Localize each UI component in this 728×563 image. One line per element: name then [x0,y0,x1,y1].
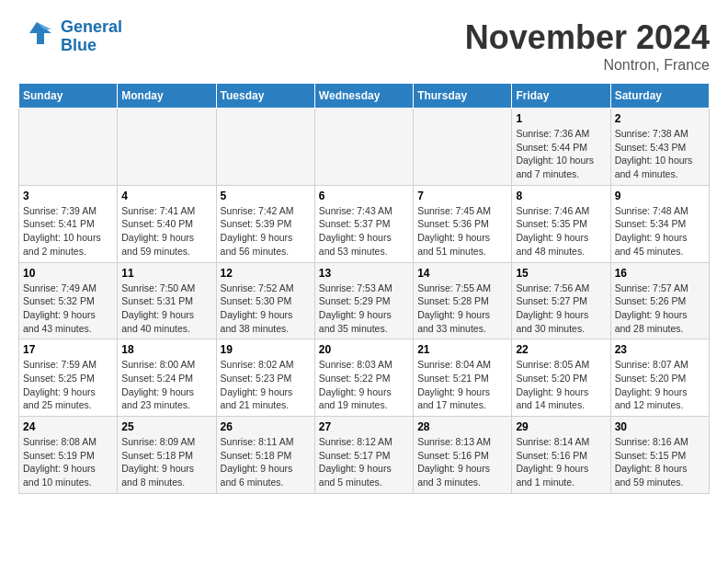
day-cell: 6Sunrise: 7:43 AM Sunset: 5:37 PM Daylig… [314,185,413,262]
day-cell: 10Sunrise: 7:49 AM Sunset: 5:32 PM Dayli… [19,262,118,339]
week-row-4: 17Sunrise: 7:59 AM Sunset: 5:25 PM Dayli… [19,339,710,417]
day-number: 20 [319,343,409,356]
day-number: 25 [121,420,211,433]
day-info: Sunrise: 7:55 AM Sunset: 5:28 PM Dayligh… [417,282,507,336]
day-number: 29 [516,420,606,433]
logo-text: General Blue [61,18,122,55]
day-info: Sunrise: 8:13 AM Sunset: 5:16 PM Dayligh… [417,435,507,489]
day-number: 9 [615,190,705,202]
day-number: 4 [121,190,211,202]
day-cell: 27Sunrise: 8:12 AM Sunset: 5:17 PM Dayli… [314,417,413,494]
day-info: Sunrise: 7:53 AM Sunset: 5:29 PM Dayligh… [319,282,409,336]
header-friday: Friday [512,84,610,109]
day-cell: 21Sunrise: 8:04 AM Sunset: 5:21 PM Dayli… [414,339,512,417]
day-number: 17 [23,343,113,356]
day-cell: 2Sunrise: 7:38 AM Sunset: 5:43 PM Daylig… [610,109,709,186]
week-row-5: 24Sunrise: 8:08 AM Sunset: 5:19 PM Dayli… [19,417,710,494]
day-info: Sunrise: 8:07 AM Sunset: 5:20 PM Dayligh… [615,358,705,412]
day-cell: 1Sunrise: 7:36 AM Sunset: 5:44 PM Daylig… [512,109,610,186]
day-number: 15 [516,267,606,280]
day-cell: 22Sunrise: 8:05 AM Sunset: 5:20 PM Dayli… [512,339,610,417]
day-info: Sunrise: 8:02 AM Sunset: 5:23 PM Dayligh… [221,358,311,412]
day-info: Sunrise: 7:56 AM Sunset: 5:27 PM Dayligh… [516,282,606,336]
day-cell: 7Sunrise: 7:45 AM Sunset: 5:36 PM Daylig… [414,185,512,262]
day-info: Sunrise: 7:41 AM Sunset: 5:40 PM Dayligh… [121,204,211,259]
day-cell: 15Sunrise: 7:56 AM Sunset: 5:27 PM Dayli… [512,262,610,339]
day-number: 1 [516,112,606,125]
day-cell: 8Sunrise: 7:46 AM Sunset: 5:35 PM Daylig… [512,185,610,262]
day-info: Sunrise: 8:12 AM Sunset: 5:17 PM Dayligh… [319,435,409,489]
day-info: Sunrise: 7:43 AM Sunset: 5:37 PM Dayligh… [319,204,409,259]
day-number: 3 [23,190,113,202]
week-row-1: 1Sunrise: 7:36 AM Sunset: 5:44 PM Daylig… [19,109,710,186]
day-cell: 23Sunrise: 8:07 AM Sunset: 5:20 PM Dayli… [610,339,709,417]
day-number: 23 [615,343,705,356]
day-info: Sunrise: 8:04 AM Sunset: 5:21 PM Dayligh… [417,358,507,412]
day-cell: 14Sunrise: 7:55 AM Sunset: 5:28 PM Dayli… [414,262,512,339]
day-info: Sunrise: 8:05 AM Sunset: 5:20 PM Dayligh… [516,358,606,412]
day-cell: 13Sunrise: 7:53 AM Sunset: 5:29 PM Dayli… [314,262,413,339]
day-info: Sunrise: 7:46 AM Sunset: 5:35 PM Dayligh… [516,204,606,259]
header-monday: Monday [118,84,216,109]
header-tuesday: Tuesday [216,84,314,109]
header-thursday: Thursday [414,84,512,109]
day-info: Sunrise: 8:09 AM Sunset: 5:18 PM Dayligh… [121,435,211,489]
day-number: 28 [417,420,507,433]
day-cell: 9Sunrise: 7:48 AM Sunset: 5:34 PM Daylig… [610,185,709,262]
day-cell: 20Sunrise: 8:03 AM Sunset: 5:22 PM Dayli… [314,339,413,417]
day-cell [216,109,314,186]
day-info: Sunrise: 8:11 AM Sunset: 5:18 PM Dayligh… [221,435,311,489]
day-info: Sunrise: 7:36 AM Sunset: 5:44 PM Dayligh… [516,127,606,181]
day-cell: 16Sunrise: 7:57 AM Sunset: 5:26 PM Dayli… [610,262,709,339]
day-number: 30 [615,420,705,433]
day-cell [19,109,118,186]
day-info: Sunrise: 8:03 AM Sunset: 5:22 PM Dayligh… [319,358,409,412]
day-number: 6 [319,190,409,202]
calendar-table: SundayMondayTuesdayWednesdayThursdayFrid… [18,83,710,494]
day-number: 7 [417,190,507,202]
day-info: Sunrise: 7:48 AM Sunset: 5:34 PM Dayligh… [615,204,705,259]
day-info: Sunrise: 7:57 AM Sunset: 5:26 PM Dayligh… [615,282,705,336]
day-number: 24 [23,420,113,433]
day-number: 21 [417,343,507,356]
logo-line2: Blue [61,36,97,54]
day-info: Sunrise: 7:50 AM Sunset: 5:31 PM Dayligh… [121,282,211,336]
day-cell: 12Sunrise: 7:52 AM Sunset: 5:30 PM Dayli… [216,262,314,339]
day-number: 14 [417,267,507,280]
day-info: Sunrise: 8:14 AM Sunset: 5:16 PM Dayligh… [516,435,606,489]
day-number: 10 [23,267,113,280]
day-cell: 3Sunrise: 7:39 AM Sunset: 5:41 PM Daylig… [19,185,118,262]
header-wednesday: Wednesday [314,84,413,109]
day-cell: 25Sunrise: 8:09 AM Sunset: 5:18 PM Dayli… [118,417,216,494]
calendar-header: SundayMondayTuesdayWednesdayThursdayFrid… [19,84,710,109]
day-number: 16 [615,267,705,280]
day-info: Sunrise: 7:42 AM Sunset: 5:39 PM Dayligh… [221,204,311,259]
day-number: 18 [121,343,211,356]
day-cell: 28Sunrise: 8:13 AM Sunset: 5:16 PM Dayli… [414,417,512,494]
day-number: 13 [319,267,409,280]
header-sunday: Sunday [19,84,118,109]
day-number: 11 [121,267,211,280]
header-saturday: Saturday [610,84,709,109]
day-info: Sunrise: 8:16 AM Sunset: 5:15 PM Dayligh… [615,435,705,489]
month-title: November 2024 [465,18,710,57]
day-info: Sunrise: 8:08 AM Sunset: 5:19 PM Dayligh… [23,435,113,489]
title-block: November 2024 Nontron, France [465,18,710,74]
day-cell: 5Sunrise: 7:42 AM Sunset: 5:39 PM Daylig… [216,185,314,262]
day-cell: 11Sunrise: 7:50 AM Sunset: 5:31 PM Dayli… [118,262,216,339]
day-cell: 29Sunrise: 8:14 AM Sunset: 5:16 PM Dayli… [512,417,610,494]
page-header: General Blue November 2024 Nontron, Fran… [18,18,710,74]
day-number: 2 [615,112,705,125]
day-cell [118,109,216,186]
day-cell: 4Sunrise: 7:41 AM Sunset: 5:40 PM Daylig… [118,185,216,262]
day-cell: 18Sunrise: 8:00 AM Sunset: 5:24 PM Dayli… [118,339,216,417]
day-cell: 19Sunrise: 8:02 AM Sunset: 5:23 PM Dayli… [216,339,314,417]
day-number: 8 [516,190,606,202]
logo-icon [18,18,55,55]
day-cell: 24Sunrise: 8:08 AM Sunset: 5:19 PM Dayli… [19,417,118,494]
day-number: 26 [221,420,311,433]
week-row-3: 10Sunrise: 7:49 AM Sunset: 5:32 PM Dayli… [19,262,710,339]
location: Nontron, France [465,57,710,74]
day-cell: 17Sunrise: 7:59 AM Sunset: 5:25 PM Dayli… [19,339,118,417]
day-info: Sunrise: 7:39 AM Sunset: 5:41 PM Dayligh… [23,204,113,259]
